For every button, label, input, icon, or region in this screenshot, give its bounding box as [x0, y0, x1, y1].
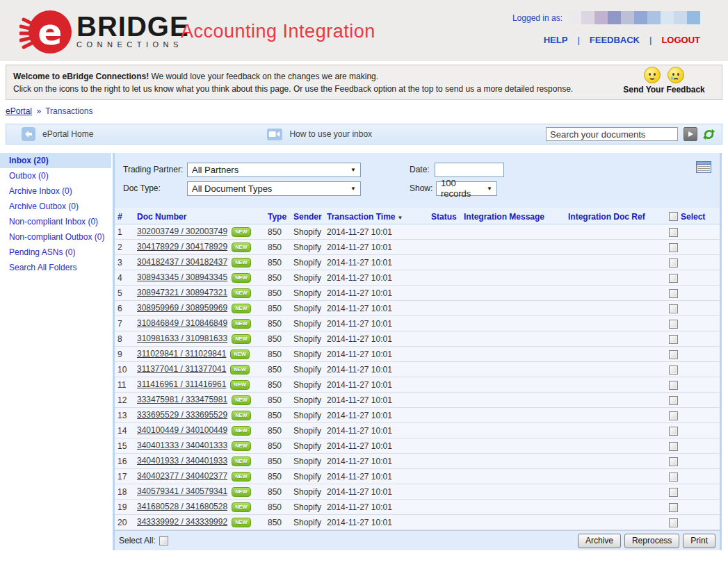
- doc-number-link[interactable]: 311377041 / 311377041: [137, 364, 226, 374]
- table-row: 1 302003749 / 302003749NEW 850 Shopify 2…: [115, 224, 720, 240]
- col-type[interactable]: Type: [265, 212, 291, 222]
- doc-number-link[interactable]: 341680528 / 341680528: [137, 502, 227, 511]
- reprocess-button[interactable]: Reprocess: [624, 534, 679, 548]
- transaction-time-cell: 2014-11-27 10:01: [324, 487, 428, 497]
- transaction-time-cell: 2014-11-27 10:01: [324, 304, 428, 313]
- col-num[interactable]: #: [115, 212, 134, 222]
- logout-link[interactable]: LOGOUT: [661, 35, 700, 45]
- row-checkbox[interactable]: [669, 365, 678, 375]
- table-row: 5 308947321 / 308947321NEW 850 Shopify 2…: [115, 286, 720, 301]
- doc-number-link[interactable]: 302003749 / 302003749: [137, 227, 227, 236]
- happy-face-icon[interactable]: [644, 67, 661, 83]
- doc-number-link[interactable]: 340402377 / 340402377: [137, 471, 227, 481]
- sidebar-item-search-all-folders[interactable]: Search All Folders: [0, 260, 111, 275]
- sidebar-item-non-compliant-outbox[interactable]: Non-compliant Outbox (0): [0, 229, 111, 245]
- row-checkbox[interactable]: [669, 472, 678, 482]
- row-checkbox[interactable]: [669, 304, 678, 313]
- doc-number-link[interactable]: 340401333 / 340401333: [137, 441, 227, 450]
- transaction-time-cell: 2014-11-27 10:01: [324, 411, 428, 420]
- breadcrumb-eportal-link[interactable]: ePortal: [6, 106, 32, 116]
- footer-buttons: ArchiveReprocessPrint: [578, 534, 715, 548]
- print-button[interactable]: Print: [683, 534, 715, 548]
- select-cell: [666, 486, 720, 496]
- doc-number-link[interactable]: 304178929 / 304178929: [137, 242, 227, 252]
- row-checkbox[interactable]: [669, 320, 678, 329]
- row-checkbox[interactable]: [669, 488, 678, 497]
- row-number: 12: [115, 395, 134, 405]
- row-checkbox[interactable]: [669, 274, 678, 283]
- row-checkbox[interactable]: [669, 350, 678, 359]
- row-checkbox[interactable]: [669, 457, 678, 466]
- refresh-icon[interactable]: [703, 129, 715, 140]
- doc-number-link[interactable]: 343339992 / 343339992: [137, 517, 227, 527]
- row-checkbox[interactable]: [669, 289, 678, 298]
- doc-number-link[interactable]: 310981633 / 310981633: [137, 334, 227, 343]
- date-input[interactable]: [435, 163, 504, 177]
- doc-number-link[interactable]: 308943345 / 308943345: [137, 272, 227, 282]
- search-go-button[interactable]: [683, 127, 697, 141]
- row-checkbox[interactable]: [669, 228, 678, 237]
- row-number: 10: [115, 365, 134, 375]
- transaction-time-cell: 2014-11-27 10:01: [324, 380, 428, 390]
- select-cell: [666, 471, 720, 481]
- inbox-help-video-link[interactable]: How to use your inbox: [267, 129, 372, 140]
- select-all-checkbox[interactable]: [159, 536, 168, 545]
- doc-number-cell: 340401933 / 340401933NEW: [134, 456, 265, 466]
- sad-face-icon[interactable]: [668, 67, 684, 83]
- new-badge: NEW: [232, 487, 251, 497]
- doc-number-link[interactable]: 340401933 / 340401933: [137, 456, 227, 466]
- sidebar-item-archive-inbox[interactable]: Archive Inbox (0): [0, 183, 111, 199]
- doc-number-link[interactable]: 333475981 / 333475981: [137, 395, 227, 404]
- row-checkbox[interactable]: [669, 258, 678, 268]
- doc-number-link[interactable]: 340579341 / 340579341: [137, 486, 227, 496]
- row-checkbox[interactable]: [669, 396, 678, 405]
- table-view-icon[interactable]: [696, 161, 711, 173]
- feedback-link[interactable]: FEEDBACK: [590, 35, 640, 45]
- col-transaction-time[interactable]: Transaction Time▼: [324, 212, 428, 222]
- archive-button[interactable]: Archive: [578, 534, 621, 548]
- col-integration-doc-ref[interactable]: Integration Doc Ref: [565, 212, 666, 222]
- transaction-time-cell: 2014-11-27 10:01: [324, 334, 428, 344]
- sidebar-item-pending-asns[interactable]: Pending ASNs (0): [0, 245, 111, 260]
- select-all-header-checkbox[interactable]: [669, 212, 678, 221]
- row-checkbox[interactable]: [669, 503, 678, 512]
- doc-number-link[interactable]: 311029841 / 311029841: [137, 349, 226, 359]
- doc-number-link[interactable]: 340100449 / 340100449: [137, 425, 227, 435]
- doc-number-link[interactable]: 308959969 / 308959969: [137, 303, 227, 313]
- row-checkbox[interactable]: [669, 442, 678, 451]
- row-checkbox[interactable]: [669, 518, 678, 527]
- row-checkbox[interactable]: [669, 427, 678, 436]
- col-sender[interactable]: Sender: [291, 212, 324, 222]
- row-number: 16: [115, 457, 134, 466]
- row-checkbox[interactable]: [669, 243, 678, 252]
- transaction-time-cell: 2014-11-27 10:01: [324, 457, 428, 466]
- search-input[interactable]: [546, 127, 678, 141]
- col-integration-message[interactable]: Integration Message: [461, 212, 565, 222]
- doc-number-link[interactable]: 308947321 / 308947321: [137, 288, 227, 297]
- doc-number-link[interactable]: 304182437 / 304182437: [137, 257, 227, 267]
- help-link[interactable]: HELP: [544, 35, 568, 45]
- sidebar-item-non-compliant-inbox[interactable]: Non-compliant Inbox (0): [0, 214, 111, 229]
- row-checkbox[interactable]: [669, 411, 678, 420]
- sender-cell: Shopify: [291, 273, 324, 283]
- doc-number-link[interactable]: 311416961 / 311416961: [137, 379, 226, 389]
- eportal-home-button[interactable]: ePortal Home: [22, 127, 93, 141]
- col-status[interactable]: Status: [428, 212, 461, 222]
- doc-number-link[interactable]: 333695529 / 333695529: [137, 410, 227, 420]
- sidebar-item-outbox[interactable]: Outbox (0): [0, 168, 111, 183]
- row-checkbox[interactable]: [669, 381, 678, 390]
- brand-subtitle: CONNECTIONS: [76, 40, 189, 49]
- doc-type-select[interactable]: All Document Types ▼: [187, 181, 361, 196]
- doc-type-cell: 850: [265, 411, 291, 420]
- col-doc-number[interactable]: Doc Number: [134, 212, 265, 222]
- doc-number-link[interactable]: 310846849 / 310846849: [137, 318, 227, 328]
- show-records-select[interactable]: 100 records ▼: [436, 181, 497, 196]
- row-number: 7: [115, 319, 134, 329]
- sidebar-item-archive-outbox[interactable]: Archive Outbox (0): [0, 199, 111, 214]
- trading-partner-select[interactable]: All Partners ▼: [187, 163, 361, 177]
- table-row: 7 310846849 / 310846849NEW 850 Shopify 2…: [115, 316, 720, 331]
- table-row: 6 308959969 / 308959969NEW 850 Shopify 2…: [115, 301, 720, 316]
- logged-in-row: Logged in as:: [512, 11, 700, 24]
- sidebar-item-inbox[interactable]: Inbox (20): [0, 153, 111, 168]
- row-checkbox[interactable]: [669, 335, 678, 344]
